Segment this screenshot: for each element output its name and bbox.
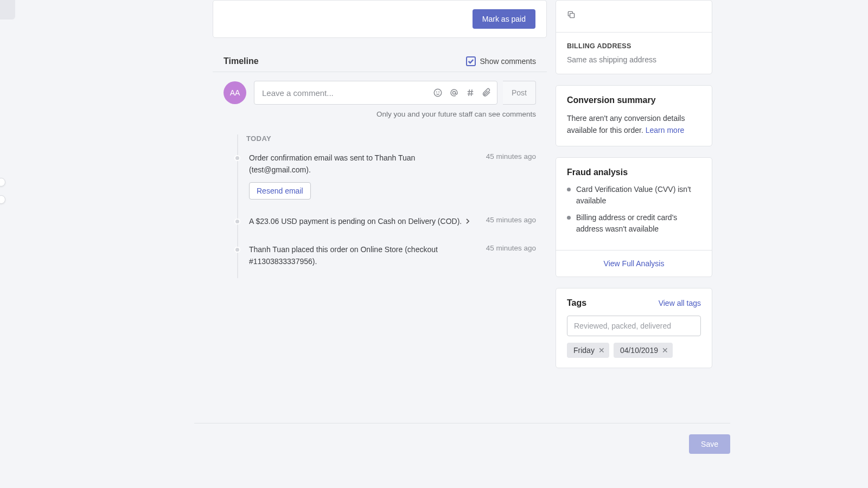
event-text: Thanh Tuan placed this order on Online S… — [249, 244, 478, 267]
comment-input[interactable] — [262, 88, 430, 98]
avatar: AA — [224, 81, 246, 104]
mark-as-paid-button[interactable]: Mark as paid — [473, 9, 535, 29]
expand-caret-icon[interactable] — [466, 219, 470, 224]
emoji-icon[interactable] — [430, 85, 446, 101]
fraud-item: Card Verification Value (CVV) isn't avai… — [567, 184, 701, 207]
attachment-icon[interactable] — [478, 85, 495, 101]
svg-point-2 — [439, 92, 439, 92]
event-text: A $23.06 USD payment is pending on Cash … — [249, 216, 478, 228]
copy-icon[interactable] — [567, 10, 582, 25]
svg-point-0 — [434, 89, 442, 97]
event-time: 45 minutes ago — [486, 152, 536, 160]
mention-icon[interactable] — [446, 85, 462, 101]
billing-address-header: BILLING ADDRESS — [567, 42, 701, 50]
save-button[interactable]: Save — [689, 434, 730, 454]
timeline-event: A $23.06 USD payment is pending on Cash … — [249, 216, 536, 228]
tags-card: Tags View all tags Friday✕ 04/10/2019✕ — [556, 288, 712, 368]
tags-input[interactable] — [567, 316, 701, 336]
learn-more-link[interactable]: Learn more — [646, 126, 685, 134]
resend-email-button[interactable]: Resend email — [249, 182, 311, 200]
float-button-a[interactable] — [0, 178, 5, 187]
tags-title: Tags — [567, 298, 586, 308]
date-label: TODAY — [246, 134, 533, 143]
address-card: BILLING ADDRESS Same as shipping address — [556, 0, 712, 74]
timeline-title: Timeline — [224, 56, 259, 66]
timeline-event: Thanh Tuan placed this order on Online S… — [249, 244, 536, 267]
payment-card: Mark as paid — [213, 0, 547, 38]
conversion-card: Conversion summary There aren't any conv… — [556, 85, 712, 146]
timeline-section: Timeline Show comments AA Post Only you … — [213, 49, 547, 284]
billing-address-text: Same as shipping address — [567, 55, 701, 64]
svg-point-3 — [452, 91, 455, 94]
view-full-analysis-link[interactable]: View Full Analysis — [556, 251, 712, 277]
svg-line-7 — [471, 89, 472, 96]
remove-tag-icon[interactable]: ✕ — [662, 346, 668, 354]
svg-point-1 — [436, 92, 437, 92]
hash-icon[interactable] — [462, 85, 478, 101]
timeline-event: Order confirmation email was sent to Tha… — [249, 152, 536, 200]
float-button-b[interactable] — [0, 195, 5, 204]
fraud-card: Fraud analysis Card Verification Value (… — [556, 157, 712, 277]
event-text: Order confirmation email was sent to Tha… — [249, 152, 478, 176]
remove-tag-icon[interactable]: ✕ — [598, 346, 605, 354]
show-comments-toggle[interactable]: Show comments — [466, 56, 536, 66]
show-comments-label: Show comments — [480, 57, 536, 66]
tag-chip: 04/10/2019✕ — [614, 343, 673, 358]
svg-rect-8 — [570, 14, 575, 18]
checkbox-icon — [466, 56, 476, 66]
view-all-tags-link[interactable]: View all tags — [659, 299, 701, 307]
fraud-item: Billing address or credit card's address… — [567, 212, 701, 235]
fraud-title: Fraud analysis — [567, 168, 701, 177]
event-time: 45 minutes ago — [486, 216, 536, 224]
svg-line-6 — [469, 89, 470, 96]
post-button[interactable]: Post — [503, 81, 536, 105]
conversion-title: Conversion summary — [567, 95, 701, 105]
comment-note: Only you and your future staff can see c… — [224, 110, 536, 118]
footer: Save — [194, 423, 730, 454]
event-time: 45 minutes ago — [486, 244, 536, 252]
tag-chip: Friday✕ — [567, 343, 609, 358]
